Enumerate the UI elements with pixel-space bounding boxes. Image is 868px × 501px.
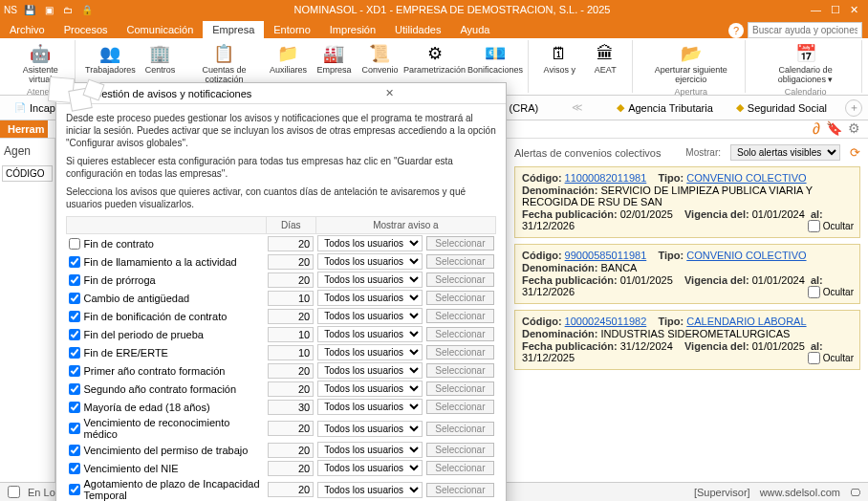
menu-procesos[interactable]: Procesos <box>54 21 118 38</box>
aviso-checkbox[interactable] <box>69 484 80 495</box>
aviso-row[interactable]: Fin de prórroga <box>69 274 265 286</box>
ribbon-empresa[interactable]: 🏭Empresa <box>313 40 355 87</box>
seleccionar-button[interactable]: Seleccionar <box>426 291 493 305</box>
seleccionar-button[interactable]: Seleccionar <box>426 272 493 287</box>
dias-input[interactable] <box>268 461 314 476</box>
aviso-row[interactable]: Segundo año contrato formación <box>69 383 265 395</box>
dias-input[interactable] <box>268 363 314 379</box>
ribbon-centros[interactable]: 🏢Centros <box>139 40 181 87</box>
enlocal-checkbox[interactable] <box>8 486 20 498</box>
aviso-checkbox[interactable] <box>69 423 80 434</box>
aviso-row[interactable]: Vencimiento del permiso de trabajo <box>69 445 265 456</box>
tab-agencia-tributaria[interactable]: ◆ Agencia Tributaria <box>608 98 722 118</box>
swirl-icon[interactable]: ∂ <box>813 120 820 138</box>
audience-select[interactable]: Todos los usuarios <box>317 253 423 270</box>
aviso-checkbox[interactable] <box>69 402 80 413</box>
ocultar-checkbox[interactable] <box>808 352 820 364</box>
dias-input[interactable] <box>268 236 314 251</box>
seleccionar-button[interactable]: Seleccionar <box>426 363 493 378</box>
codigo-link[interactable]: 11000082011981 <box>565 172 647 184</box>
dias-input[interactable] <box>268 482 314 497</box>
ocultar-checkbox[interactable] <box>808 220 820 232</box>
aviso-checkbox[interactable] <box>69 256 80 268</box>
ocultar-checkbox[interactable] <box>808 286 820 298</box>
dias-input[interactable] <box>268 309 314 324</box>
aviso-row[interactable]: Fin de bonificación de contrato <box>69 311 265 322</box>
aviso-checkbox[interactable] <box>69 445 80 456</box>
audience-select[interactable]: Todos los usuarios <box>317 272 423 288</box>
dias-input[interactable] <box>268 421 314 436</box>
aviso-checkbox[interactable] <box>69 329 80 340</box>
audience-select[interactable]: Todos los usuarios <box>317 482 423 498</box>
audience-select[interactable]: Todos los usuarios <box>317 399 423 415</box>
aviso-row[interactable]: Fin de ERE/ERTE <box>69 347 265 359</box>
mostrar-select[interactable]: Solo alertas visibles <box>730 144 840 161</box>
seleccionar-button[interactable]: Seleccionar <box>426 254 493 269</box>
qa-folder-icon[interactable]: 🗀 <box>61 3 75 16</box>
help-icon[interactable]: ? <box>728 23 744 38</box>
menu-entorno[interactable]: Entorno <box>264 21 320 38</box>
aviso-checkbox[interactable] <box>69 293 80 304</box>
aviso-checkbox[interactable] <box>69 463 80 474</box>
aviso-row[interactable]: Primer año contrato formación <box>69 365 265 377</box>
aviso-checkbox[interactable] <box>69 238 80 250</box>
aviso-checkbox[interactable] <box>69 383 80 395</box>
ribbon-aeat[interactable]: 🏛AEAT <box>584 40 626 77</box>
dias-input[interactable] <box>268 291 314 306</box>
seleccionar-button[interactable]: Seleccionar <box>426 400 493 414</box>
audience-select[interactable]: Todos los usuarios <box>317 235 423 251</box>
ribbon-convenio[interactable]: 📜Convenio <box>358 40 401 87</box>
aviso-row[interactable]: Vencimiento de reconocimiento médico <box>69 417 265 440</box>
ribbon-avisos[interactable]: 🗓Avisos y <box>538 40 580 77</box>
settings-icon[interactable]: ⚙ <box>848 120 860 138</box>
aviso-checkbox[interactable] <box>69 274 80 286</box>
seleccionar-button[interactable]: Seleccionar <box>426 345 493 359</box>
seleccionar-button[interactable]: Seleccionar <box>426 309 493 323</box>
menu-empresa[interactable]: Empresa <box>203 21 264 38</box>
menu-ayuda[interactable]: Ayuda <box>450 21 499 38</box>
dias-input[interactable] <box>268 400 314 415</box>
codigo-link[interactable]: 10000245011982 <box>565 316 647 327</box>
ribbon-aperturar[interactable]: 📂Aperturar siguiente ejercicio <box>642 40 739 87</box>
site-link[interactable]: www.sdelsol.com <box>760 487 840 498</box>
aviso-row[interactable]: Fin de contrato <box>69 238 265 250</box>
tipo-link[interactable]: CALENDARIO LABORAL <box>686 316 806 327</box>
maximize-button[interactable]: ☐ <box>831 4 840 16</box>
status-monitor-icon[interactable]: 🖵 <box>850 487 860 498</box>
audience-select[interactable]: Todos los usuarios <box>317 344 423 360</box>
codigo-field[interactable]: CÓDIGO <box>2 165 53 182</box>
audience-select[interactable]: Todos los usuarios <box>317 290 423 306</box>
aviso-row[interactable]: Fin de llamamiento a la actividad <box>69 256 265 268</box>
aviso-row[interactable]: Fin del periodo de prueba <box>69 329 265 340</box>
ribbon-calendario[interactable]: 📅Calendario de obligaciones ▾ <box>755 40 856 87</box>
tipo-link[interactable]: CONVENIO COLECTIVO <box>686 172 806 184</box>
dias-input[interactable] <box>268 272 314 288</box>
dias-input[interactable] <box>268 254 314 270</box>
help-search-input[interactable] <box>748 22 862 38</box>
seleccionar-button[interactable]: Seleccionar <box>426 236 493 250</box>
seleccionar-button[interactable]: Seleccionar <box>426 381 493 396</box>
seleccionar-button[interactable]: Seleccionar <box>426 327 493 341</box>
dias-input[interactable] <box>268 345 314 360</box>
audience-select[interactable]: Todos los usuarios <box>317 460 423 476</box>
codigo-link[interactable]: 99000585011981 <box>565 250 647 261</box>
audience-select[interactable]: Todos los usuarios <box>317 308 423 324</box>
aviso-checkbox[interactable] <box>69 347 80 359</box>
aviso-row[interactable]: Vencimiento del NIE <box>69 463 265 474</box>
aviso-row[interactable]: Mayoría de edad (18 años) <box>69 402 265 413</box>
tipo-link[interactable]: CONVENIO COLECTIVO <box>686 250 806 261</box>
seleccionar-button[interactable]: Seleccionar <box>426 422 493 436</box>
tab-nav-arrows[interactable]: ≪ <box>553 101 602 114</box>
aviso-checkbox[interactable] <box>69 365 80 377</box>
seleccionar-button[interactable]: Seleccionar <box>426 443 493 457</box>
menu-impresion[interactable]: Impresión <box>320 21 385 38</box>
aviso-checkbox[interactable] <box>69 311 80 322</box>
qa-save-icon[interactable]: 💾 <box>23 3 36 16</box>
ocultar-toggle[interactable]: Ocultar <box>808 220 854 232</box>
aviso-row[interactable]: Cambio de antigüedad <box>69 293 265 304</box>
tab-seguridad-social[interactable]: ◆ Seguridad Social <box>727 98 835 118</box>
close-button[interactable]: ✕ <box>850 4 858 16</box>
dias-input[interactable] <box>268 443 314 458</box>
ribbon-cuentas[interactable]: 📋Cuentas de cotización <box>184 40 263 87</box>
menu-archivo[interactable]: Archivo <box>0 21 54 38</box>
